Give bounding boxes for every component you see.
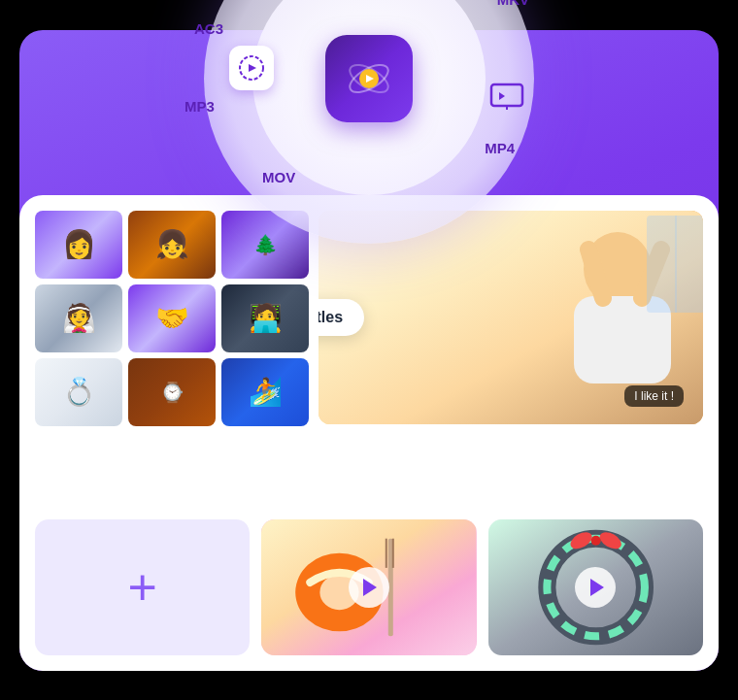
bottom-thumb-donut[interactable] <box>261 519 476 655</box>
thumb-8[interactable]: ⌚ <box>128 358 216 426</box>
thumb-2[interactable]: 👧 <box>128 211 216 279</box>
plus-icon: + <box>127 562 156 613</box>
play-button-wreath[interactable] <box>575 567 616 608</box>
svg-rect-19 <box>392 538 394 567</box>
thumb-6[interactable]: 🧑‍💻 <box>221 284 309 352</box>
svg-rect-18 <box>386 538 387 567</box>
play-triangle-icon-2 <box>590 579 604 596</box>
play-triangle-icon <box>363 579 377 596</box>
caption-bubble: I like it ! <box>624 385 684 407</box>
thumb-5[interactable]: 🤝 <box>128 284 216 352</box>
bottom-thumb-wreath[interactable] <box>488 519 703 655</box>
rotate-play-badge[interactable] <box>229 46 274 90</box>
format-mp3: MP3 <box>184 98 215 115</box>
format-mkv: MKV <box>497 0 529 8</box>
bottom-row: + <box>35 519 703 655</box>
app-icon[interactable] <box>325 35 413 122</box>
format-mov: MOV <box>262 169 295 185</box>
thumb-4[interactable]: 👰 <box>35 284 122 352</box>
thumb-7[interactable]: 💍 <box>35 358 122 426</box>
format-mp4: MP4 <box>485 140 515 156</box>
svg-rect-2 <box>491 84 522 106</box>
content-panel: 👩 👧 🌲 👰 🤝 🧑‍💻 💍 ⌚ <box>19 195 719 671</box>
svg-point-27 <box>590 535 600 545</box>
tv-icon <box>489 79 524 114</box>
circle-area: AAC MKV AC3 MP3 MP4 MOV <box>204 0 534 244</box>
thumb-9[interactable]: 🏄 <box>221 358 309 426</box>
svg-rect-14 <box>647 216 703 313</box>
format-ac3: AC3 <box>194 20 223 37</box>
thumb-1[interactable]: 👩 <box>35 211 122 279</box>
main-container: AAC MKV AC3 MP3 MP4 MOV <box>19 30 719 671</box>
add-media-button[interactable]: + <box>35 519 250 655</box>
play-button-donut[interactable] <box>349 567 389 608</box>
add-subtitles-badge[interactable]: Add Subtitles <box>319 299 364 336</box>
